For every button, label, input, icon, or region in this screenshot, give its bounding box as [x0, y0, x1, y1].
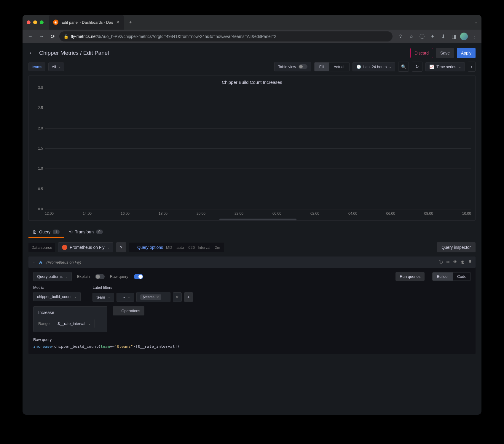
menu-icon[interactable]: ⋮	[470, 32, 479, 41]
var-teams-label[interactable]: teams	[28, 62, 45, 71]
drag-handle-icon[interactable]: ⠿	[468, 259, 471, 265]
chart-panel: Chipper Build Count Increases 0.00.51.01…	[28, 75, 476, 221]
info-icon[interactable]: ⓘ	[417, 32, 426, 41]
metric-select[interactable]: chipper_build_count⌄	[33, 292, 81, 301]
add-operation-button[interactable]: +Operations	[113, 306, 144, 315]
metric-label: Metric	[33, 285, 81, 290]
query-md-info: MD = auto = 626	[166, 245, 195, 250]
panel-title: Chipper Build Count Increases	[33, 80, 471, 85]
query-options[interactable]: › Query options MD = auto = 626 Interval…	[129, 243, 224, 252]
share-icon[interactable]: ⇪	[396, 32, 405, 41]
panel-icon[interactable]: ◨	[449, 32, 458, 41]
collapse-options-button[interactable]: ›	[468, 62, 476, 72]
explain-label: Explain	[77, 274, 90, 279]
fill-actual-segment[interactable]: Fill Actual	[314, 62, 350, 71]
code-option[interactable]: Code	[453, 273, 470, 280]
range-label: Range	[38, 321, 50, 326]
query-ref-id: A	[39, 260, 42, 265]
downloads-icon[interactable]: ⬇	[439, 32, 448, 41]
filter-value-select[interactable]: $teams✕ ⌄	[136, 292, 170, 302]
nav-forward-button: →	[37, 32, 46, 41]
run-queries-button[interactable]: Run queries	[395, 272, 425, 281]
query-inspector-button[interactable]: Query inspector	[437, 242, 476, 252]
datasource-label: Data source	[28, 243, 55, 252]
browser-tabbar: ◉ Edit panel - Dashboards - Das ✕ + ⌄	[23, 15, 481, 30]
query-count-badge: 1	[53, 230, 60, 234]
builder-code-segment[interactable]: Builder Code	[432, 272, 471, 281]
back-arrow-button[interactable]: ←	[28, 49, 35, 57]
rawquery-toggle[interactable]	[134, 274, 143, 279]
new-tab-button[interactable]: +	[129, 19, 132, 25]
add-filter-button[interactable]: +	[184, 292, 193, 302]
breadcrumb: Chipper Metrics / Edit Panel	[39, 50, 109, 56]
table-view-toggle[interactable]: Table view	[274, 62, 311, 71]
chart-scrollbar[interactable]	[219, 219, 296, 220]
clock-icon: 🕓	[356, 65, 361, 69]
time-range-picker[interactable]: 🕓Last 24 hours⌄	[353, 62, 395, 71]
filter-op-select[interactable]: =~⌄	[117, 293, 134, 302]
tab-transform[interactable]: ⟲ Transform 0	[65, 227, 107, 238]
maximize-window-icon[interactable]	[40, 20, 44, 24]
fill-option[interactable]: Fill	[315, 62, 329, 71]
lock-icon: 🔒	[63, 34, 68, 39]
raw-query-code: increase(chipper_build_count{team=~"$tea…	[33, 344, 471, 350]
collapse-query-icon[interactable]: ⌄	[33, 261, 35, 264]
operation-increase[interactable]: Increase Range $__rate_interval⌄	[33, 306, 107, 332]
remove-filter-button[interactable]: ✕	[173, 292, 182, 302]
query-datasource-hint: (Prometheus on Fly)	[46, 260, 81, 265]
query-interval-info: Interval = 2m	[198, 245, 220, 250]
browser-tab[interactable]: ◉ Edit panel - Dashboards - Das ✕	[49, 15, 124, 30]
visualization-picker[interactable]: 📈Time series⌄	[425, 62, 465, 71]
query-help-icon[interactable]: ⓘ	[439, 259, 443, 265]
rawquery-label: Raw query	[110, 274, 128, 279]
raw-query-label: Raw query	[33, 337, 471, 342]
apply-button[interactable]: Apply	[457, 48, 476, 58]
toggle-visibility-icon[interactable]: 👁	[453, 259, 457, 265]
grafana-favicon-icon: ◉	[53, 20, 58, 25]
query-header[interactable]: ⌄ A (Prometheus on Fly) ⓘ ⧉ 👁 🗑 ⠿	[28, 257, 476, 268]
bookmark-icon[interactable]: ☆	[407, 32, 416, 41]
nav-back-button[interactable]: ←	[25, 32, 35, 41]
transform-icon: ⟲	[69, 230, 73, 234]
query-patterns-dropdown[interactable]: Query patterns⌄	[33, 272, 72, 281]
url-host: fly-metrics.net	[71, 34, 97, 39]
save-button[interactable]: Save	[436, 48, 454, 58]
chart-area[interactable]: 0.00.51.01.52.02.53.0 12:0014:0016:0018:…	[33, 88, 471, 218]
timeseries-icon: 📈	[429, 65, 434, 69]
remove-chip-icon[interactable]: ✕	[156, 295, 159, 299]
extensions-icon[interactable]: ✦	[428, 32, 437, 41]
operation-name: Increase	[38, 310, 102, 315]
tab-query[interactable]: 🗄 Query 1	[28, 227, 64, 238]
actual-option[interactable]: Actual	[329, 62, 349, 71]
window-controls	[27, 20, 44, 24]
profile-avatar[interactable]	[460, 33, 468, 40]
tab-title: Edit panel - Dashboards - Das	[61, 20, 113, 25]
browser-toolbar: ← → ⟳ 🔒 fly-metrics.net/d/Auo_h-PVz/chip…	[23, 30, 481, 43]
var-teams-value[interactable]: All⌄	[48, 62, 64, 71]
builder-option[interactable]: Builder	[433, 273, 453, 280]
filter-key-select[interactable]: team⌄	[92, 293, 114, 302]
refresh-button[interactable]: ↻	[412, 62, 422, 72]
datasource-help-button[interactable]: ?	[116, 242, 126, 252]
prometheus-icon	[62, 245, 67, 250]
close-window-icon[interactable]	[27, 20, 31, 24]
transform-count-badge: 0	[96, 230, 103, 234]
zoom-out-button[interactable]: 🔍	[398, 62, 409, 72]
range-select[interactable]: $__rate_interval⌄	[54, 319, 94, 328]
minimize-window-icon[interactable]	[33, 20, 37, 24]
explain-toggle[interactable]	[95, 274, 105, 279]
tabs-dropdown-icon[interactable]: ⌄	[475, 20, 477, 24]
datasource-picker[interactable]: Prometheus on Fly⌄	[58, 242, 113, 252]
discard-button[interactable]: Discard	[410, 48, 433, 58]
url-input[interactable]: 🔒 fly-metrics.net/d/Auo_h-PVz/chipper-me…	[59, 31, 393, 41]
delete-query-icon[interactable]: 🗑	[461, 259, 465, 265]
database-icon: 🗄	[33, 230, 37, 234]
nav-reload-button[interactable]: ⟳	[48, 32, 58, 41]
duplicate-query-icon[interactable]: ⧉	[446, 259, 449, 265]
tab-close-icon[interactable]: ✕	[116, 20, 120, 25]
label-filters-label: Label filters	[92, 285, 193, 290]
url-path: /d/Auo_h-PVz/chipper-metrics?orgId=49841…	[97, 34, 276, 39]
